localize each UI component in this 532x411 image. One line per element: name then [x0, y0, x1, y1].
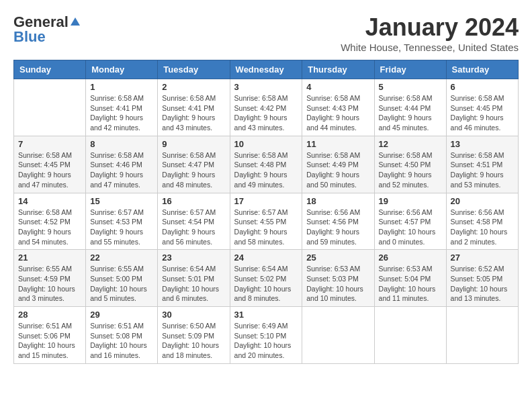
calendar-cell: 18Sunrise: 6:56 AMSunset: 4:56 PMDayligh… — [302, 193, 374, 250]
header-wednesday: Wednesday — [230, 60, 302, 79]
day-info: Sunrise: 6:55 AMSunset: 4:59 PMDaylight:… — [18, 264, 81, 304]
day-info: Sunrise: 6:57 AMSunset: 4:54 PMDaylight:… — [162, 208, 225, 247]
calendar-cell — [14, 79, 86, 136]
calendar-cell: 10Sunrise: 6:58 AMSunset: 4:48 PMDayligh… — [230, 136, 302, 193]
day-number: 19 — [379, 196, 442, 206]
day-number: 8 — [90, 139, 153, 149]
day-info: Sunrise: 6:51 AMSunset: 5:08 PMDaylight:… — [90, 321, 153, 361]
day-number: 7 — [18, 139, 81, 149]
day-info: Sunrise: 6:58 AMSunset: 4:51 PMDaylight:… — [451, 150, 514, 190]
day-number: 3 — [234, 82, 298, 92]
calendar-cell: 22Sunrise: 6:55 AMSunset: 5:00 PMDayligh… — [86, 250, 158, 307]
day-number: 5 — [379, 82, 442, 92]
day-info: Sunrise: 6:56 AMSunset: 4:56 PMDaylight:… — [306, 208, 369, 247]
calendar-cell: 23Sunrise: 6:54 AMSunset: 5:01 PMDayligh… — [158, 250, 230, 307]
week-row-4: 21Sunrise: 6:55 AMSunset: 4:59 PMDayligh… — [14, 250, 519, 307]
weekday-header-row: Sunday Monday Tuesday Wednesday Thursday… — [14, 60, 519, 79]
day-info: Sunrise: 6:58 AMSunset: 4:45 PMDaylight:… — [451, 93, 514, 133]
calendar-cell — [374, 307, 446, 364]
day-info: Sunrise: 6:58 AMSunset: 4:50 PMDaylight:… — [379, 150, 442, 190]
title-section: January 2024 White House, Tennessee, Uni… — [341, 13, 519, 53]
logo: General Blue — [13, 13, 82, 46]
calendar-cell: 21Sunrise: 6:55 AMSunset: 4:59 PMDayligh… — [14, 250, 86, 307]
calendar-cell: 8Sunrise: 6:58 AMSunset: 4:46 PMDaylight… — [86, 136, 158, 193]
day-info: Sunrise: 6:54 AMSunset: 5:02 PMDaylight:… — [234, 264, 298, 304]
day-info: Sunrise: 6:56 AMSunset: 4:58 PMDaylight:… — [451, 208, 514, 247]
calendar-cell: 28Sunrise: 6:51 AMSunset: 5:06 PMDayligh… — [14, 307, 86, 364]
day-number: 30 — [162, 310, 225, 320]
calendar-cell: 30Sunrise: 6:50 AMSunset: 5:09 PMDayligh… — [158, 307, 230, 364]
day-info: Sunrise: 6:58 AMSunset: 4:48 PMDaylight:… — [234, 150, 298, 190]
logo-blue: Blue — [13, 28, 46, 46]
calendar-cell: 12Sunrise: 6:58 AMSunset: 4:50 PMDayligh… — [374, 136, 446, 193]
calendar-cell: 19Sunrise: 6:56 AMSunset: 4:57 PMDayligh… — [374, 193, 446, 250]
calendar-cell: 29Sunrise: 6:51 AMSunset: 5:08 PMDayligh… — [86, 307, 158, 364]
calendar-cell: 25Sunrise: 6:53 AMSunset: 5:03 PMDayligh… — [302, 250, 374, 307]
calendar-cell: 14Sunrise: 6:58 AMSunset: 4:52 PMDayligh… — [14, 193, 86, 250]
day-number: 16 — [162, 196, 225, 206]
day-info: Sunrise: 6:53 AMSunset: 5:04 PMDaylight:… — [379, 264, 442, 304]
calendar-cell: 9Sunrise: 6:58 AMSunset: 4:47 PMDaylight… — [158, 136, 230, 193]
day-number: 26 — [379, 253, 442, 263]
day-number: 4 — [306, 82, 369, 92]
day-number: 21 — [18, 253, 81, 263]
day-info: Sunrise: 6:54 AMSunset: 5:01 PMDaylight:… — [162, 264, 225, 304]
day-number: 10 — [234, 139, 298, 149]
day-number: 18 — [306, 196, 369, 206]
day-info: Sunrise: 6:57 AMSunset: 4:55 PMDaylight:… — [234, 208, 298, 247]
calendar-cell: 16Sunrise: 6:57 AMSunset: 4:54 PMDayligh… — [158, 193, 230, 250]
calendar-table: Sunday Monday Tuesday Wednesday Thursday… — [13, 60, 519, 364]
day-number: 15 — [90, 196, 153, 206]
calendar-cell: 13Sunrise: 6:58 AMSunset: 4:51 PMDayligh… — [446, 136, 518, 193]
day-info: Sunrise: 6:58 AMSunset: 4:41 PMDaylight:… — [162, 93, 225, 133]
calendar-cell: 27Sunrise: 6:52 AMSunset: 5:05 PMDayligh… — [446, 250, 518, 307]
day-number: 28 — [18, 310, 81, 320]
calendar-cell — [446, 307, 518, 364]
day-number: 11 — [306, 139, 369, 149]
calendar-cell: 1Sunrise: 6:58 AMSunset: 4:41 PMDaylight… — [86, 79, 158, 136]
calendar-cell: 11Sunrise: 6:58 AMSunset: 4:49 PMDayligh… — [302, 136, 374, 193]
calendar-cell: 24Sunrise: 6:54 AMSunset: 5:02 PMDayligh… — [230, 250, 302, 307]
calendar-cell: 2Sunrise: 6:58 AMSunset: 4:41 PMDaylight… — [158, 79, 230, 136]
calendar-cell: 20Sunrise: 6:56 AMSunset: 4:58 PMDayligh… — [446, 193, 518, 250]
header-monday: Monday — [86, 60, 158, 79]
day-info: Sunrise: 6:58 AMSunset: 4:52 PMDaylight:… — [18, 208, 81, 247]
day-number: 27 — [451, 253, 514, 263]
header-sunday: Sunday — [14, 60, 86, 79]
header-thursday: Thursday — [302, 60, 374, 79]
day-number: 1 — [90, 82, 153, 92]
day-info: Sunrise: 6:57 AMSunset: 4:53 PMDaylight:… — [90, 208, 153, 247]
day-info: Sunrise: 6:53 AMSunset: 5:03 PMDaylight:… — [306, 264, 369, 304]
day-number: 25 — [306, 253, 369, 263]
day-info: Sunrise: 6:49 AMSunset: 5:10 PMDaylight:… — [234, 321, 298, 361]
day-number: 29 — [90, 310, 153, 320]
day-number: 14 — [18, 196, 81, 206]
header-tuesday: Tuesday — [158, 60, 230, 79]
calendar-cell: 5Sunrise: 6:58 AMSunset: 4:44 PMDaylight… — [374, 79, 446, 136]
day-info: Sunrise: 6:51 AMSunset: 5:06 PMDaylight:… — [18, 321, 81, 361]
calendar-cell: 6Sunrise: 6:58 AMSunset: 4:45 PMDaylight… — [446, 79, 518, 136]
day-number: 23 — [162, 253, 225, 263]
calendar-title: January 2024 — [341, 13, 519, 42]
day-number: 6 — [451, 82, 514, 92]
day-info: Sunrise: 6:50 AMSunset: 5:09 PMDaylight:… — [162, 321, 225, 361]
calendar-cell — [302, 307, 374, 364]
page-header: General Blue January 2024 White House, T… — [13, 13, 519, 53]
calendar-cell: 4Sunrise: 6:58 AMSunset: 4:43 PMDaylight… — [302, 79, 374, 136]
day-number: 9 — [162, 139, 225, 149]
day-number: 12 — [379, 139, 442, 149]
week-row-5: 28Sunrise: 6:51 AMSunset: 5:06 PMDayligh… — [14, 307, 519, 364]
week-row-2: 7Sunrise: 6:58 AMSunset: 4:45 PMDaylight… — [14, 136, 519, 193]
day-number: 22 — [90, 253, 153, 263]
day-number: 17 — [234, 196, 298, 206]
calendar-cell: 7Sunrise: 6:58 AMSunset: 4:45 PMDaylight… — [14, 136, 86, 193]
day-info: Sunrise: 6:58 AMSunset: 4:49 PMDaylight:… — [306, 150, 369, 190]
day-number: 31 — [234, 310, 298, 320]
day-number: 20 — [451, 196, 514, 206]
day-number: 13 — [451, 139, 514, 149]
week-row-3: 14Sunrise: 6:58 AMSunset: 4:52 PMDayligh… — [14, 193, 519, 250]
header-friday: Friday — [374, 60, 446, 79]
svg-marker-0 — [71, 17, 80, 26]
week-row-1: 1Sunrise: 6:58 AMSunset: 4:41 PMDaylight… — [14, 79, 519, 136]
day-info: Sunrise: 6:58 AMSunset: 4:45 PMDaylight:… — [18, 150, 81, 190]
